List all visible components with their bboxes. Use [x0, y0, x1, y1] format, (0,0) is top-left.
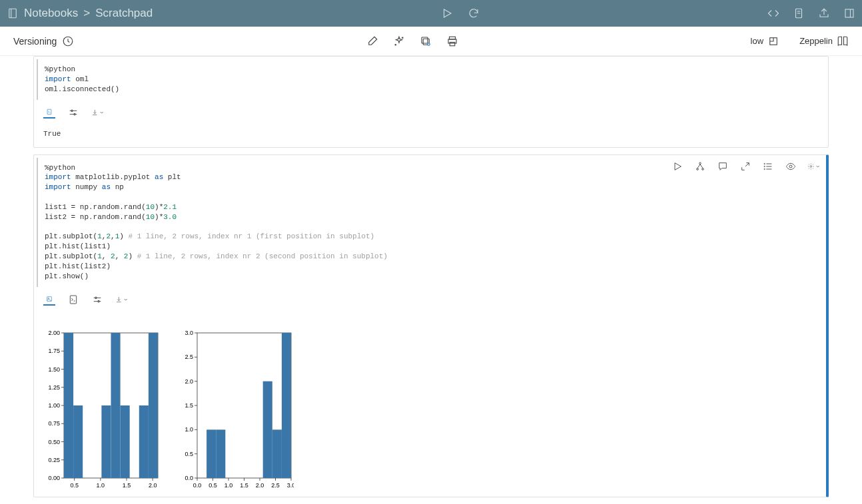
svg-rect-18 [450, 42, 455, 45]
priority-label: low [751, 36, 764, 46]
page-icon[interactable] [793, 7, 805, 19]
sub-toolbar: Versioning low Zeppelin [0, 27, 862, 56]
svg-text:3.0: 3.0 [185, 330, 193, 336]
svg-text:1.5: 1.5 [123, 482, 131, 489]
svg-rect-12 [422, 37, 428, 43]
svg-rect-52 [64, 333, 73, 478]
code-editor-2[interactable]: %python import matplotlib.pyplot as plt … [37, 158, 823, 287]
svg-point-28 [699, 162, 701, 164]
code-cell-1[interactable]: %python import oml oml.isconnected() Tru… [33, 56, 829, 148]
svg-text:2.0: 2.0 [256, 482, 264, 489]
breadcrumb-notebooks[interactable]: Notebooks [24, 7, 78, 20]
svg-line-32 [700, 164, 703, 168]
svg-text:0.75: 0.75 [48, 420, 60, 427]
download-icon-2[interactable] [115, 294, 127, 306]
book-icon [837, 35, 849, 47]
priority-icon [767, 35, 779, 47]
breadcrumb-sep: > [83, 7, 90, 20]
svg-rect-88 [263, 381, 272, 477]
svg-line-33 [745, 162, 749, 166]
gear-icon[interactable] [807, 160, 819, 172]
histogram-right: 0.00.51.01.52.02.53.00.00.51.01.52.02.53… [174, 330, 294, 490]
output-toolbar-1 [34, 103, 828, 123]
chart-output: 0.000.250.500.751.001.251.501.752.000.51… [34, 310, 826, 497]
zeppelin-link[interactable]: Zeppelin [799, 35, 849, 47]
eraser-icon[interactable] [366, 35, 378, 47]
svg-point-37 [764, 163, 765, 164]
svg-rect-90 [282, 333, 291, 478]
panel-icon[interactable] [843, 7, 855, 19]
svg-rect-58 [149, 333, 158, 478]
svg-text:2.0: 2.0 [185, 378, 193, 384]
copy-plus-icon[interactable] [420, 35, 432, 47]
svg-point-10 [395, 44, 396, 45]
output-toolbar-2 [34, 290, 826, 310]
svg-text:1.75: 1.75 [48, 348, 60, 354]
list-icon[interactable] [762, 160, 774, 172]
expand-icon[interactable] [739, 160, 751, 172]
svg-marker-2 [444, 9, 451, 17]
dependencies-icon[interactable] [694, 160, 706, 172]
svg-rect-87 [216, 429, 225, 478]
svg-text:0.5: 0.5 [70, 482, 79, 489]
svg-text:2.0: 2.0 [149, 482, 157, 489]
svg-point-39 [764, 168, 765, 169]
notebook-icon [7, 7, 19, 19]
download-icon[interactable] [91, 107, 103, 119]
zeppelin-label: Zeppelin [799, 36, 833, 46]
priority-indicator[interactable]: low [751, 35, 780, 47]
refresh-icon[interactable] [468, 7, 480, 19]
code-icon[interactable] [767, 7, 779, 19]
svg-rect-6 [845, 9, 853, 17]
svg-text:1.0: 1.0 [97, 482, 105, 489]
output-tab-code-icon[interactable] [67, 294, 79, 306]
run-all-icon[interactable] [441, 7, 453, 19]
svg-marker-27 [675, 162, 681, 170]
visibility-icon[interactable] [785, 160, 797, 172]
output-tab-result-icon[interactable] [43, 107, 55, 119]
svg-point-40 [789, 165, 792, 168]
run-cell-icon[interactable] [671, 160, 683, 172]
notebook-area: %python import oml oml.isconnected() Tru… [0, 56, 862, 497]
svg-text:0.5: 0.5 [209, 482, 217, 489]
export-icon[interactable] [818, 7, 830, 19]
svg-text:0.0: 0.0 [193, 482, 202, 489]
histogram-left: 0.000.250.500.751.001.251.501.752.000.51… [41, 330, 161, 490]
code-editor-1[interactable]: %python import oml oml.isconnected() [37, 59, 825, 100]
history-icon[interactable] [62, 35, 74, 47]
svg-rect-53 [73, 405, 83, 478]
settings-sliders-icon-2[interactable] [91, 294, 103, 306]
svg-point-29 [697, 168, 699, 170]
svg-rect-57 [139, 405, 149, 478]
sparkle-icon[interactable] [393, 35, 405, 47]
svg-text:1.0: 1.0 [185, 426, 193, 433]
svg-text:2.00: 2.00 [48, 330, 60, 336]
svg-rect-56 [121, 405, 130, 478]
svg-point-38 [764, 166, 765, 166]
svg-text:3.0: 3.0 [287, 482, 294, 489]
comment-icon[interactable] [717, 160, 729, 172]
svg-rect-89 [272, 429, 282, 478]
cell-toolbar-2 [671, 160, 819, 172]
svg-point-41 [810, 165, 812, 167]
svg-text:1.50: 1.50 [48, 366, 60, 372]
print-icon[interactable] [446, 35, 458, 47]
svg-point-9 [402, 37, 404, 39]
svg-text:2.5: 2.5 [185, 354, 193, 360]
svg-text:1.5: 1.5 [185, 402, 193, 409]
settings-sliders-icon[interactable] [67, 107, 79, 119]
svg-text:1.00: 1.00 [48, 402, 60, 409]
svg-point-30 [702, 168, 704, 170]
versioning-label[interactable]: Versioning [13, 36, 57, 47]
svg-rect-86 [207, 429, 216, 478]
svg-line-31 [697, 164, 700, 168]
breadcrumb-current: Scratchpad [95, 7, 153, 20]
svg-rect-54 [101, 405, 111, 478]
svg-rect-55 [111, 333, 121, 478]
svg-text:0.50: 0.50 [48, 438, 60, 445]
svg-rect-0 [9, 9, 17, 18]
cell-output-1: True [34, 123, 828, 147]
code-cell-2[interactable]: %python import matplotlib.pyplot as plt … [33, 154, 829, 497]
output-tab-image-icon[interactable] [43, 294, 55, 306]
svg-text:2.5: 2.5 [271, 482, 280, 489]
